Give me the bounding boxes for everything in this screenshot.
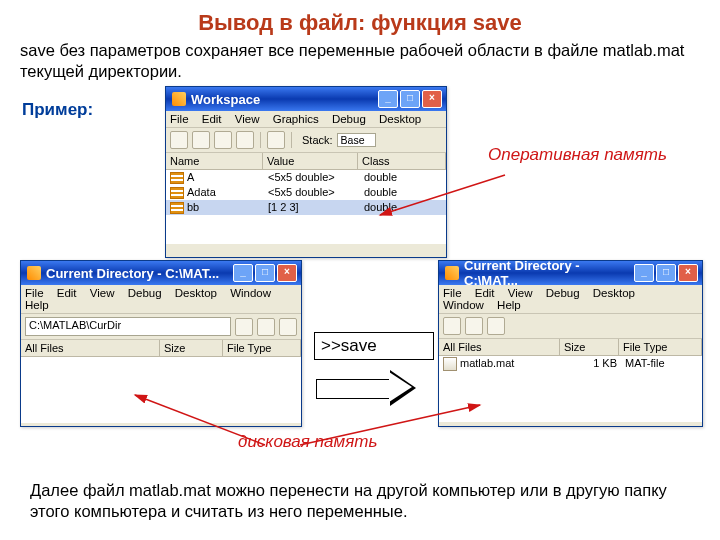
toolbar-button[interactable] xyxy=(267,131,285,149)
curdir-left-titlebar[interactable]: Current Directory - C:\MAT... _ □ × xyxy=(21,261,301,285)
variable-icon xyxy=(170,172,184,184)
menu-view[interactable]: View xyxy=(508,287,533,299)
stack-label: Stack: xyxy=(302,134,333,146)
toolbar-button[interactable] xyxy=(214,131,232,149)
variable-icon xyxy=(170,187,184,199)
col-allfiles[interactable]: All Files xyxy=(21,340,160,356)
col-size[interactable]: Size xyxy=(560,339,619,355)
col-name[interactable]: Name xyxy=(166,153,263,169)
var-row[interactable]: Adata <5x5 double> double xyxy=(166,185,446,200)
toolbar-button[interactable] xyxy=(487,317,505,335)
curdir-right-columns: All Files Size File Type xyxy=(439,339,702,356)
col-class[interactable]: Class xyxy=(358,153,446,169)
new-folder-button[interactable] xyxy=(257,318,275,336)
menu-help[interactable]: Help xyxy=(497,299,521,311)
up-button[interactable] xyxy=(235,318,253,336)
path-input[interactable]: C:\MATLAB\CurDir xyxy=(25,317,231,336)
workspace-columns: Name Value Class xyxy=(166,153,446,170)
minimize-button[interactable]: _ xyxy=(233,264,253,282)
matlab-icon xyxy=(445,266,459,280)
curdir-left-menubar[interactable]: File Edit View Debug Desktop Window Help xyxy=(21,285,301,314)
menu-view[interactable]: View xyxy=(90,287,115,299)
ram-label: Оперативная память xyxy=(488,145,667,165)
menu-view[interactable]: View xyxy=(235,113,260,125)
curdir-right-menubar[interactable]: File Edit View Debug Desktop Window Help xyxy=(439,285,702,314)
curdir-left-columns: All Files Size File Type xyxy=(21,340,301,357)
menu-debug[interactable]: Debug xyxy=(128,287,162,299)
path-bar: C:\MATLAB\CurDir xyxy=(21,314,301,340)
workspace-grid: A <5x5 double> double Adata <5x5 double>… xyxy=(166,170,446,244)
col-size[interactable]: Size xyxy=(160,340,223,356)
menu-file[interactable]: File xyxy=(25,287,44,299)
save-command-box: >>save xyxy=(314,332,434,360)
flow-arrow-icon xyxy=(316,370,422,406)
curdir-right-title: Current Directory - C:\MAT... xyxy=(464,258,632,288)
menu-file[interactable]: File xyxy=(170,113,189,125)
disk-label: дисковая память xyxy=(238,432,377,452)
minimize-button[interactable]: _ xyxy=(378,90,398,108)
curdir-right-window: Current Directory - C:\MAT... _ □ × File… xyxy=(438,260,703,427)
stack-select[interactable]: Base xyxy=(337,133,376,147)
separator xyxy=(260,132,261,148)
workspace-menubar[interactable]: File Edit View Graphics Debug Desktop xyxy=(166,111,446,128)
toolbar-button[interactable] xyxy=(236,131,254,149)
maximize-button[interactable]: □ xyxy=(255,264,275,282)
col-value[interactable]: Value xyxy=(263,153,358,169)
menu-edit[interactable]: Edit xyxy=(202,113,222,125)
menu-desktop[interactable]: Desktop xyxy=(379,113,421,125)
menu-help[interactable]: Help xyxy=(25,299,49,311)
curdir-left-window: Current Directory - C:\MAT... _ □ × File… xyxy=(20,260,302,427)
menu-graphics[interactable]: Graphics xyxy=(273,113,319,125)
menu-window[interactable]: Window xyxy=(443,299,484,311)
toolbar-button[interactable] xyxy=(465,317,483,335)
separator xyxy=(291,132,292,148)
example-label: Пример: xyxy=(22,100,93,120)
col-allfiles[interactable]: All Files xyxy=(439,339,560,355)
page-title: Вывод в файл: функция save xyxy=(0,0,720,36)
toolbar-button[interactable] xyxy=(170,131,188,149)
var-row-selected[interactable]: bb [1 2 3] double xyxy=(166,200,446,215)
toolbar-button[interactable] xyxy=(443,317,461,335)
menu-edit[interactable]: Edit xyxy=(475,287,495,299)
file-row[interactable]: matlab.mat 1 KB MAT-file xyxy=(439,356,702,372)
toolbar-button[interactable] xyxy=(192,131,210,149)
curdir-right-grid: matlab.mat 1 KB MAT-file xyxy=(439,356,702,422)
menu-desktop[interactable]: Desktop xyxy=(175,287,217,299)
var-row[interactable]: A <5x5 double> double xyxy=(166,170,446,185)
workspace-toolbar: Stack: Base xyxy=(166,128,446,153)
footer-text: Далее файл matlab.mat можно перенести на… xyxy=(30,480,700,523)
workspace-title: Workspace xyxy=(191,92,376,107)
curdir-left-title: Current Directory - C:\MAT... xyxy=(46,266,231,281)
maximize-button[interactable]: □ xyxy=(400,90,420,108)
variable-icon xyxy=(170,202,184,214)
curdir-right-titlebar[interactable]: Current Directory - C:\MAT... _ □ × xyxy=(439,261,702,285)
minimize-button[interactable]: _ xyxy=(634,264,654,282)
maximize-button[interactable]: □ xyxy=(656,264,676,282)
curdir-left-grid xyxy=(21,357,301,423)
find-button[interactable] xyxy=(279,318,297,336)
workspace-titlebar[interactable]: Workspace _ □ × xyxy=(166,87,446,111)
close-button[interactable]: × xyxy=(277,264,297,282)
menu-desktop[interactable]: Desktop xyxy=(593,287,635,299)
menu-debug[interactable]: Debug xyxy=(546,287,580,299)
col-filetype[interactable]: File Type xyxy=(223,340,301,356)
close-button[interactable]: × xyxy=(678,264,698,282)
menu-edit[interactable]: Edit xyxy=(57,287,77,299)
intro-text: save без параметров сохраняет все переме… xyxy=(0,36,720,83)
file-icon xyxy=(443,357,457,371)
matlab-icon xyxy=(172,92,186,106)
col-filetype[interactable]: File Type xyxy=(619,339,702,355)
workspace-window: Workspace _ □ × File Edit View Graphics … xyxy=(165,86,447,258)
menu-file[interactable]: File xyxy=(443,287,462,299)
menu-window[interactable]: Window xyxy=(230,287,271,299)
menu-debug[interactable]: Debug xyxy=(332,113,366,125)
close-button[interactable]: × xyxy=(422,90,442,108)
curdir-right-toolbar xyxy=(439,314,702,339)
matlab-icon xyxy=(27,266,41,280)
